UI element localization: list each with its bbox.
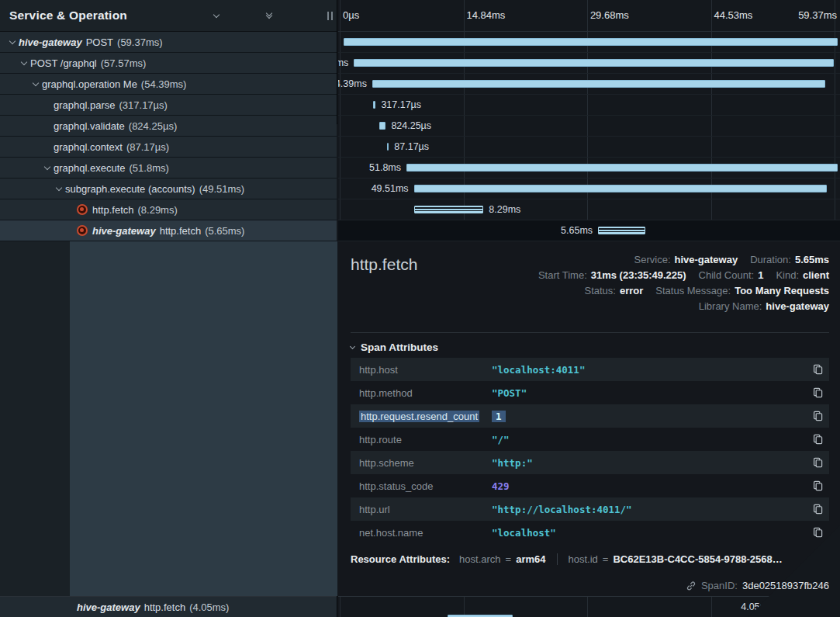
span-duration: (54.39ms) xyxy=(141,78,187,90)
chevron-down-icon[interactable] xyxy=(6,41,19,43)
span-bar[interactable] xyxy=(414,185,827,192)
timeline-row[interactable]: 5.65ms xyxy=(338,220,840,241)
span-attributes-toggle[interactable]: Span Attributes xyxy=(351,341,438,353)
timeline-row[interactable]: 57.57ms xyxy=(338,53,840,74)
span-duration: (8.29ms) xyxy=(137,204,177,216)
meta-label: Status: xyxy=(585,285,616,296)
copy-icon[interactable] xyxy=(809,504,829,515)
span-id-label: SpanID: xyxy=(701,580,738,591)
timeline-row[interactable]: 317.17µs xyxy=(338,95,840,116)
timeline-row[interactable]: 49.51ms xyxy=(338,179,840,199)
span-operation-name: graphql.operation Me xyxy=(42,78,137,90)
span-service-name: hive-gateway xyxy=(77,601,140,613)
span-tree-row[interactable]: graphql.context(87.17µs) xyxy=(0,137,337,158)
span-tree: hive-gatewayPOST(59.37ms)POST /graphql(5… xyxy=(0,32,337,241)
span-meta-line: Library Name:hive-gateway xyxy=(538,300,829,312)
timeline-row[interactable]: 54.39ms xyxy=(338,74,840,95)
span-bar-duration-label: 317.17µs xyxy=(381,99,421,110)
span-tree-row[interactable]: graphql.parse(317.17µs) xyxy=(0,95,337,116)
double-chevron-down-icon[interactable] xyxy=(264,10,275,21)
double-chevron-right-icon[interactable] xyxy=(290,10,301,21)
span-tree-row[interactable]: graphql.execute(51.8ms) xyxy=(0,158,337,179)
span-bar[interactable] xyxy=(414,206,483,213)
attribute-key: http.route xyxy=(351,434,492,445)
meta-label: Child Count: xyxy=(699,269,755,281)
selected-span-children-region xyxy=(70,241,337,596)
timeline-row[interactable]: 824.25µs xyxy=(338,116,840,137)
copy-icon[interactable] xyxy=(809,434,829,445)
copy-icon[interactable] xyxy=(809,527,829,538)
timeline-row[interactable]: 51.8ms xyxy=(338,158,840,179)
timeline-panel: 0µs14.84ms29.68ms44.53ms59.37ms 57.57ms5… xyxy=(338,0,840,617)
span-operation-name: POST /graphql xyxy=(30,57,97,69)
span-duration: (59.37ms) xyxy=(117,36,163,48)
span-tree-panel: Service & Operation hive-gatewayPOST(59.… xyxy=(0,0,337,617)
span-bar[interactable] xyxy=(373,101,375,109)
resource-attribute-value: BC62E13B-C4CC-5854-9788-2568… xyxy=(613,553,782,565)
chevron-right-icon[interactable] xyxy=(237,10,248,21)
panel-title: Service & Operation xyxy=(9,9,127,23)
span-bar[interactable] xyxy=(406,164,838,172)
meta-pair: Duration:5.65ms xyxy=(750,254,829,265)
copy-icon[interactable] xyxy=(809,457,829,468)
resource-attribute-key: host.id xyxy=(569,553,598,565)
link-icon xyxy=(686,581,697,591)
span-tree-row[interactable]: graphql.validate(824.25µs) xyxy=(0,116,337,137)
attribute-value: "http://localhost:4011/" xyxy=(492,504,809,515)
chevron-down-icon[interactable] xyxy=(29,83,42,85)
span-operation-name: graphql.validate xyxy=(54,120,125,132)
copy-icon[interactable] xyxy=(809,411,829,421)
span-operation-name: http.fetch xyxy=(160,225,201,237)
span-operation-name: graphql.execute xyxy=(54,162,126,174)
span-tree-row[interactable]: graphql.operation Me(54.39ms) xyxy=(0,74,337,95)
meta-label: Start Time: xyxy=(538,269,587,281)
span-bar[interactable] xyxy=(344,38,838,46)
span-title: http.fetch xyxy=(351,255,417,274)
span-bar[interactable] xyxy=(598,227,645,234)
span-tree-row[interactable]: hive-gatewayhttp.fetch(5.65ms) xyxy=(0,220,337,241)
span-duration: (4.05ms) xyxy=(189,601,229,613)
span-operation-name: http.fetch xyxy=(144,601,185,613)
attribute-key: http.scheme xyxy=(351,457,492,469)
span-bar[interactable] xyxy=(387,143,389,151)
span-service-name: hive-gateway xyxy=(92,225,156,237)
meta-pair: Start Time:31ms (23:35:49.225) xyxy=(538,269,686,281)
chevron-down-icon[interactable] xyxy=(53,188,65,190)
resource-attribute: host.id=BC62E13B-C4CC-5854-9788-2568… xyxy=(557,553,783,565)
span-tree-row[interactable]: http.fetch(8.29ms) xyxy=(0,199,337,220)
chevron-down-icon[interactable] xyxy=(211,10,222,21)
meta-pair: Service:hive-gateway xyxy=(634,254,738,265)
chevron-down-icon[interactable] xyxy=(18,62,30,64)
attribute-row: net.host.name"localhost" xyxy=(351,521,829,544)
attribute-key: http.host xyxy=(351,364,492,376)
attribute-value: "localhost" xyxy=(492,527,809,539)
resource-attributes-toggle[interactable]: Resource Attributes:host.arch=arm64host.… xyxy=(351,553,783,565)
copy-icon[interactable] xyxy=(809,480,829,491)
panel-resize-handle[interactable] xyxy=(327,12,333,20)
copy-icon[interactable] xyxy=(809,387,829,398)
span-bar[interactable] xyxy=(372,80,826,88)
span-bar-duration-label: 54.39ms xyxy=(338,78,367,89)
timeline-row[interactable]: 8.29ms xyxy=(338,199,840,220)
chevron-down-icon[interactable] xyxy=(41,167,54,169)
span-meta-line: Start Time:31ms (23:35:49.225)Child Coun… xyxy=(538,269,829,281)
span-duration: (5.65ms) xyxy=(205,225,244,237)
attribute-value: "POST" xyxy=(492,387,809,399)
span-tree-row[interactable]: POST /graphql(57.57ms) xyxy=(0,53,337,74)
attribute-row: http.status_code429 xyxy=(351,474,829,497)
timeline-row[interactable]: 87.17µs xyxy=(338,137,840,158)
span-bar[interactable] xyxy=(379,122,386,130)
span-attributes-table: http.host"localhost:4011"http.method"POS… xyxy=(351,358,829,544)
timeline-row[interactable] xyxy=(338,32,840,53)
resource-attribute-value: arm64 xyxy=(516,553,545,565)
span-tree-row[interactable]: hive-gatewayhttp.fetch(4.05ms) xyxy=(0,596,337,617)
meta-label: Kind: xyxy=(776,269,799,281)
meta-label: Duration: xyxy=(750,254,791,265)
meta-value: 5.65ms xyxy=(795,254,829,265)
span-bar-duration-label: 49.51ms xyxy=(372,183,409,194)
span-bar[interactable] xyxy=(354,59,834,67)
span-tree-row[interactable]: subgraph.execute (accounts)(49.51ms) xyxy=(0,179,337,199)
span-tree-row[interactable]: hive-gatewayPOST(59.37ms) xyxy=(0,32,337,53)
attribute-key: http.status_code xyxy=(351,480,492,492)
copy-icon[interactable] xyxy=(809,364,829,375)
